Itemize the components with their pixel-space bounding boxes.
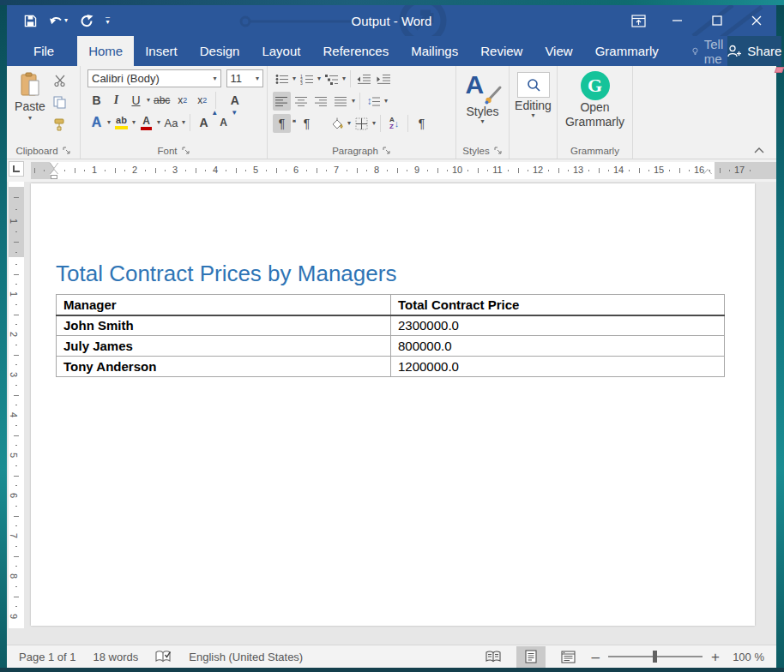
minimize-button[interactable] <box>658 5 697 36</box>
right-indent-marker[interactable] <box>703 170 712 175</box>
document-table[interactable]: ManagerTotal Contract PriceJohn Smith230… <box>56 294 725 377</box>
numbering-icon[interactable]: 123 <box>298 69 316 88</box>
tab-grammarly[interactable]: Grammarly <box>584 36 670 66</box>
proofing-icon[interactable] <box>155 650 172 663</box>
table-cell[interactable]: 2300000.0 <box>391 315 725 336</box>
tab-insert[interactable]: Insert <box>134 36 189 66</box>
font-name-combobox[interactable]: Calibri (Body) ▾ <box>87 69 221 87</box>
ribbon-display-options-button[interactable] <box>618 5 658 36</box>
rtl-paragraph-button[interactable]: ◂¶ <box>298 114 316 133</box>
ltr-paragraph-button[interactable]: ▸¶ <box>273 114 291 133</box>
tab-design[interactable]: Design <box>189 36 251 66</box>
first-line-indent-marker[interactable] <box>50 162 58 168</box>
multilevel-dropdown-icon[interactable]: ▾ <box>342 75 346 82</box>
close-button[interactable] <box>737 5 776 36</box>
left-indent-marker[interactable] <box>51 175 57 179</box>
zoom-out-button[interactable]: – <box>592 650 600 664</box>
font-name-dropdown-icon[interactable]: ▾ <box>214 75 217 82</box>
styles-dialog-launcher-icon[interactable] <box>494 147 503 155</box>
table-cell[interactable]: July James <box>57 336 391 357</box>
editing-button-label[interactable]: Editing <box>515 99 552 112</box>
styles-button-label[interactable]: Styles <box>466 105 498 118</box>
line-spacing-dropdown-icon[interactable]: ▾ <box>384 98 388 105</box>
align-left-button[interactable] <box>273 92 291 111</box>
tab-selector[interactable] <box>9 161 24 177</box>
editing-button[interactable] <box>517 72 550 98</box>
font-dialog-launcher-icon[interactable] <box>182 147 190 155</box>
paste-dropdown-icon[interactable]: ▾ <box>28 115 32 122</box>
font-color-button[interactable]: A <box>137 113 155 132</box>
show-hide-pilcrow-button[interactable]: ¶ <box>413 114 431 133</box>
align-right-button[interactable] <box>312 92 330 111</box>
align-center-button[interactable] <box>292 92 311 111</box>
format-painter-icon[interactable] <box>53 118 67 135</box>
table-cell[interactable]: 1200000.0 <box>391 357 725 377</box>
styles-dropdown-icon[interactable]: ▾ <box>480 118 484 125</box>
line-spacing-icon[interactable]: ↕ <box>365 92 383 111</box>
grow-font-button[interactable]: A▲ <box>195 113 213 132</box>
bullets-icon[interactable] <box>273 69 291 88</box>
subscript-button[interactable]: x2 <box>173 91 191 110</box>
justify-button[interactable] <box>332 92 350 111</box>
italic-button[interactable]: I <box>107 91 125 110</box>
read-mode-button[interactable] <box>479 646 508 668</box>
borders-icon[interactable] <box>353 114 371 133</box>
maximize-button[interactable] <box>697 5 737 36</box>
change-case-dropdown-icon[interactable]: ▾ <box>182 119 185 126</box>
tab-view[interactable]: View <box>534 36 583 66</box>
bullets-dropdown-icon[interactable]: ▾ <box>292 75 296 82</box>
strikethrough-button[interactable]: abc <box>152 91 172 110</box>
superscript-button[interactable]: x2 <box>193 91 211 110</box>
document-heading[interactable]: Total Contract Prices by Managers <box>56 261 396 287</box>
font-color-dropdown-icon[interactable]: ▾ <box>157 119 160 126</box>
open-grammarly-label[interactable]: Open Grammarly <box>558 100 632 129</box>
text-effects-button[interactable]: A <box>87 113 106 132</box>
paste-button[interactable]: Paste ▾ <box>10 69 50 142</box>
decrease-indent-icon[interactable] <box>355 69 373 88</box>
highlight-button[interactable]: ab <box>112 113 130 132</box>
shrink-font-button[interactable]: A▼ <box>214 113 232 132</box>
table-header-cell[interactable]: Total Contract Price <box>391 295 725 315</box>
zoom-slider[interactable] <box>608 656 703 657</box>
document-page[interactable]: Total Contract Prices by Managers Manage… <box>31 183 755 626</box>
sort-button[interactable]: AZ ↓ <box>385 114 403 133</box>
table-cell[interactable]: 800000.0 <box>391 336 725 357</box>
highlight-dropdown-icon[interactable]: ▾ <box>132 119 136 126</box>
font-size-dropdown-icon[interactable]: ▾ <box>256 75 259 82</box>
share-button[interactable]: Share <box>727 36 781 66</box>
numbering-dropdown-icon[interactable]: ▾ <box>317 75 321 82</box>
clear-formatting-button[interactable]: A <box>226 91 244 110</box>
editing-dropdown-icon[interactable]: ▾ <box>531 112 534 119</box>
shading-bucket-icon[interactable] <box>328 114 346 133</box>
font-size-combobox[interactable]: 11 ▾ <box>226 69 263 87</box>
collapse-ribbon-icon[interactable] <box>754 147 764 153</box>
table-cell[interactable]: John Smith <box>57 315 391 336</box>
underline-dropdown-icon[interactable]: ▾ <box>147 97 150 104</box>
tab-mailings[interactable]: Mailings <box>400 36 469 66</box>
clipboard-dialog-launcher-icon[interactable] <box>63 147 71 155</box>
shading-dropdown-icon[interactable]: ▾ <box>347 120 351 127</box>
underline-button[interactable]: U <box>127 91 145 110</box>
justify-dropdown-icon[interactable]: ▾ <box>352 98 355 105</box>
table-header-cell[interactable]: Manager <box>57 295 391 315</box>
styles-gallery-icon[interactable]: A <box>466 71 500 104</box>
language-indicator[interactable]: English (United States) <box>189 651 303 663</box>
tab-review[interactable]: Review <box>469 36 534 66</box>
tab-file[interactable]: File <box>19 36 69 66</box>
multilevel-list-icon[interactable] <box>323 69 341 88</box>
zoom-in-button[interactable]: + <box>711 650 720 664</box>
web-layout-button[interactable] <box>554 646 583 668</box>
increase-indent-icon[interactable] <box>375 69 393 88</box>
page-indicator[interactable]: Page 1 of 1 <box>19 651 76 663</box>
zoom-slider-thumb[interactable] <box>653 651 657 663</box>
grammarly-logo-icon[interactable]: G <box>581 71 610 100</box>
cut-icon[interactable] <box>53 75 67 90</box>
print-layout-button[interactable] <box>516 646 546 668</box>
change-case-button[interactable]: Aa <box>162 113 180 132</box>
tab-home[interactable]: Home <box>77 36 134 66</box>
tab-layout[interactable]: Layout <box>250 36 311 66</box>
horizontal-ruler[interactable]: 1234567891011121314151617 <box>31 162 776 179</box>
table-cell[interactable]: Tony Anderson <box>57 357 391 377</box>
paragraph-dialog-launcher-icon[interactable] <box>383 147 391 155</box>
text-effects-dropdown-icon[interactable]: ▾ <box>107 119 111 126</box>
